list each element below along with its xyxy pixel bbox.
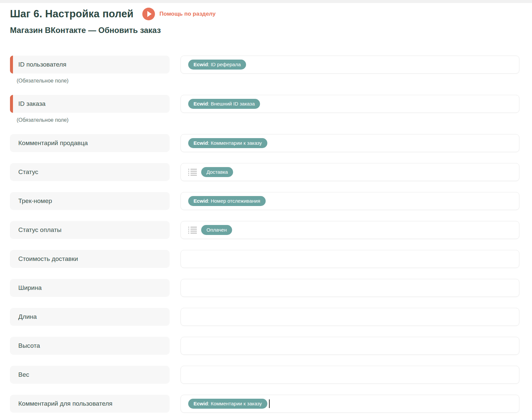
field-input[interactable]: Ecwid: ID реферала bbox=[181, 56, 519, 74]
field-label-column: Ширина bbox=[10, 279, 170, 297]
required-note: (Обязательное поле) bbox=[17, 117, 170, 123]
field-row: Комментарий продавца Ecwid: Комментарии … bbox=[10, 134, 519, 152]
field-input[interactable] bbox=[181, 250, 519, 268]
section-help-link[interactable]: Помощь по разделу bbox=[142, 8, 216, 20]
field-label-column: Длина bbox=[10, 308, 170, 326]
field-row: Стоимость доставки bbox=[10, 250, 519, 268]
field-input[interactable]: Доставка bbox=[181, 163, 519, 181]
mapping-tag[interactable]: Доставка bbox=[201, 167, 233, 177]
field-row: Ширина bbox=[10, 279, 519, 297]
field-label-column: Статус оплаты bbox=[10, 221, 170, 239]
field-label: Длина bbox=[18, 313, 37, 320]
field-row: Высота bbox=[10, 337, 519, 355]
field-input[interactable]: Ecwid: Комментарии к заказу bbox=[181, 134, 519, 152]
field-label: Статус bbox=[18, 168, 38, 176]
field-label-box: Высота bbox=[10, 337, 170, 355]
field-label: Стоимость доставки bbox=[18, 255, 78, 263]
mapping-tag[interactable]: Ecwid: Комментарии к заказу bbox=[188, 138, 267, 148]
tag-label: Оплачен bbox=[206, 227, 227, 233]
page-title: Шаг 6. Настройка полей bbox=[10, 8, 134, 20]
field-row: Статус оплаты Оплачен bbox=[10, 221, 519, 239]
field-label-box: Стоимость доставки bbox=[10, 250, 170, 268]
field-label-box: ID заказа bbox=[10, 95, 170, 113]
field-label-column: Трек-номер bbox=[10, 192, 170, 210]
field-label-box: Длина bbox=[10, 308, 170, 326]
field-label: Ширина bbox=[18, 284, 42, 292]
list-icon bbox=[188, 168, 197, 176]
field-label: ID заказа bbox=[18, 100, 46, 107]
field-label-box: Ширина bbox=[10, 279, 170, 297]
tag-prefix: Ecwid bbox=[194, 140, 208, 146]
required-marker bbox=[10, 95, 13, 113]
field-label-box: Статус оплаты bbox=[10, 221, 170, 239]
field-label: Трек-номер bbox=[18, 197, 52, 205]
field-label-column: Комментарий продавца bbox=[10, 134, 170, 152]
field-label: Комментарий продавца bbox=[18, 139, 88, 147]
field-settings-page: Шаг 6. Настройка полей Помощь по разделу… bbox=[0, 3, 532, 413]
page-header: Шаг 6. Настройка полей Помощь по разделу bbox=[10, 8, 519, 20]
field-label-column: ID пользователя (Обязательное поле) bbox=[10, 56, 170, 84]
field-label-box: ID пользователя bbox=[10, 56, 170, 74]
mapping-tag[interactable]: Ecwid: ID реферала bbox=[188, 60, 246, 70]
field-input[interactable]: Ecwid: Номер отслеживания bbox=[181, 192, 519, 210]
field-label-box: Вес bbox=[10, 366, 170, 384]
required-note: (Обязательное поле) bbox=[17, 78, 170, 84]
fields-list: ID пользователя (Обязательное поле) Ecwi… bbox=[10, 56, 519, 413]
play-icon[interactable] bbox=[142, 8, 155, 20]
tag-prefix: Ecwid bbox=[194, 198, 208, 204]
required-marker bbox=[10, 56, 13, 74]
mapping-tag[interactable]: Ecwid: Внешний ID заказа bbox=[188, 99, 260, 109]
tag-prefix: Ecwid bbox=[194, 62, 208, 68]
tag-label: : Номер отслеживания bbox=[208, 198, 260, 204]
field-label: Вес bbox=[18, 371, 29, 378]
page-subtitle: Магазин ВКонтакте — Обновить заказ bbox=[10, 26, 519, 35]
tag-label: : Внешний ID заказа bbox=[208, 101, 255, 107]
mapping-tag[interactable]: Ecwid: Номер отслеживания bbox=[188, 196, 266, 206]
field-input[interactable] bbox=[181, 366, 519, 384]
field-label-box: Комментарий для пользователя bbox=[10, 395, 170, 413]
field-label-column: Статус bbox=[10, 163, 170, 181]
mapping-tag[interactable]: Оплачен bbox=[201, 225, 232, 235]
field-label-column: ID заказа (Обязательное поле) bbox=[10, 95, 170, 123]
field-input[interactable] bbox=[181, 308, 519, 326]
field-label-column: Вес bbox=[10, 366, 170, 384]
field-label-column: Высота bbox=[10, 337, 170, 355]
field-row: Вес bbox=[10, 366, 519, 384]
tag-prefix: Ecwid bbox=[194, 101, 208, 107]
field-input[interactable]: Ecwid: Внешний ID заказа bbox=[181, 95, 519, 113]
field-label-column: Комментарий для пользователя bbox=[10, 395, 170, 413]
field-label-box: Статус bbox=[10, 163, 170, 181]
field-label-column: Стоимость доставки bbox=[10, 250, 170, 268]
top-divider bbox=[0, 0, 532, 3]
field-input[interactable]: Ecwid: Комментарии к заказу bbox=[181, 395, 519, 413]
field-label: ID пользователя bbox=[18, 61, 66, 68]
field-row: Трек-номер Ecwid: Номер отслеживания bbox=[10, 192, 519, 210]
field-row: Статус Доставка bbox=[10, 163, 519, 181]
help-link-label[interactable]: Помощь по разделу bbox=[160, 11, 216, 17]
tag-label: : ID реферала bbox=[208, 62, 241, 68]
field-row: Комментарий для пользователя Ecwid: Комм… bbox=[10, 395, 519, 413]
field-input[interactable] bbox=[181, 337, 519, 355]
tag-prefix: Ecwid bbox=[194, 401, 208, 407]
field-label: Комментарий для пользователя bbox=[18, 400, 112, 407]
field-label: Статус оплаты bbox=[18, 226, 62, 234]
mapping-tag[interactable]: Ecwid: Комментарии к заказу bbox=[188, 399, 267, 409]
field-label: Высота bbox=[18, 342, 40, 349]
tag-label: : Комментарии к заказу bbox=[208, 140, 262, 146]
field-input[interactable]: Оплачен bbox=[181, 221, 519, 239]
field-label-box: Комментарий продавца bbox=[10, 134, 170, 152]
field-row: Длина bbox=[10, 308, 519, 326]
field-label-box: Трек-номер bbox=[10, 192, 170, 210]
tag-label: : Комментарии к заказу bbox=[208, 401, 262, 407]
text-caret bbox=[269, 399, 270, 408]
field-row: ID заказа (Обязательное поле) Ecwid: Вне… bbox=[10, 95, 519, 123]
tag-label: Доставка bbox=[206, 169, 228, 175]
field-row: ID пользователя (Обязательное поле) Ecwi… bbox=[10, 56, 519, 84]
field-input[interactable] bbox=[181, 279, 519, 297]
list-icon bbox=[188, 226, 197, 234]
